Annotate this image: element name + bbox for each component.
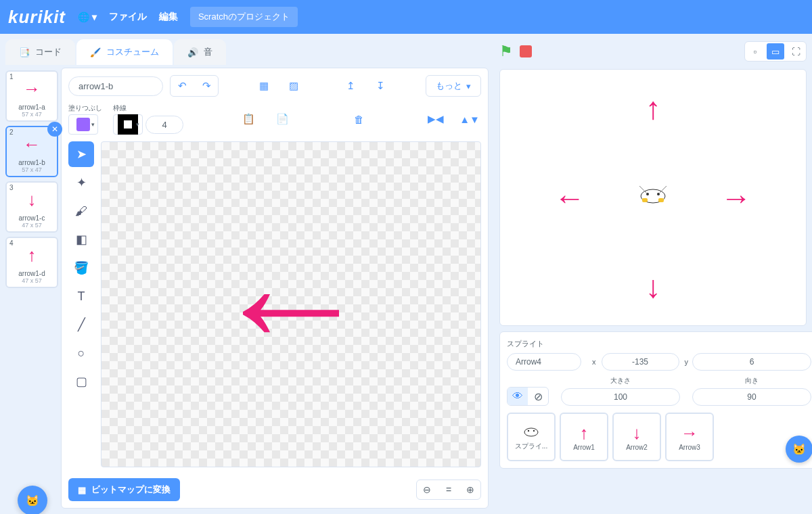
green-flag-button[interactable]: ⚑	[499, 43, 513, 60]
backward-button[interactable]: ↧	[369, 76, 392, 96]
tab-sounds[interactable]: 🔊音	[174, 39, 226, 65]
y-label: y	[685, 358, 689, 366]
brush-icon: 🖌️	[90, 47, 101, 57]
brush-tool[interactable]: 🖌	[68, 198, 94, 224]
x-label: x	[592, 358, 596, 366]
svg-line-5	[639, 186, 646, 193]
stage[interactable]: ↑ ← → ↓	[499, 69, 807, 326]
sprite-thumb-robot[interactable]: スプライ...	[507, 413, 556, 461]
delete-button[interactable]: 🗑	[348, 109, 371, 129]
stage-arrow-down: ↓	[646, 268, 661, 305]
svg-point-7	[524, 428, 538, 436]
large-stage-button[interactable]: ▭	[767, 43, 784, 60]
svg-rect-3	[642, 198, 648, 202]
fill-label: 塗りつぶし	[68, 103, 102, 113]
canvas-content: ←	[210, 211, 372, 398]
svg-point-8	[528, 430, 529, 431]
size-label: 大きさ	[610, 376, 631, 386]
ungroup-button[interactable]: ▨	[282, 76, 305, 96]
stage-arrow-right: →	[721, 179, 752, 216]
language-menu[interactable]: 🌐 ▾	[78, 11, 97, 22]
sprite-thumb-arrow2[interactable]: ↓Arrow2	[612, 413, 661, 461]
hide-sprite-button[interactable]: ⊘	[528, 388, 548, 405]
costume-thumb-3[interactable]: 3↓arrow1-c47 x 57	[5, 181, 58, 233]
svg-point-9	[533, 430, 535, 431]
circle-tool[interactable]: ○	[68, 340, 94, 366]
paint-editor: ↶↷ ▦ ▨ ↥ ↧ もっと ▾ 塗りつぶし 枠線 📋 📄	[61, 68, 489, 509]
copy-button[interactable]: 📋	[237, 109, 260, 129]
redo-button[interactable]: ↷	[195, 76, 218, 96]
svg-rect-4	[658, 198, 664, 202]
zoom-in-button[interactable]: ⊕	[460, 480, 480, 499]
costume-name-input[interactable]	[68, 76, 163, 96]
reshape-tool[interactable]: ✦	[68, 170, 94, 195]
select-tool[interactable]: ➤	[68, 141, 94, 167]
small-stage-button[interactable]: ▫	[746, 43, 764, 60]
stop-button[interactable]	[520, 45, 532, 57]
direction-label: 向き	[745, 376, 759, 386]
flip-h-button[interactable]: ▶◀	[424, 109, 447, 129]
stage-size-buttons: ▫ ▭ ⛶	[744, 41, 807, 62]
sprite-info-panel: スプライト x y 👁⊘ 大きさ 向き スプライ... ↑Arrow1 ↓Arr…	[499, 331, 812, 469]
project-title-input[interactable]: Scratchのプロジェクト	[190, 7, 298, 27]
sprite-thumb-arrow1[interactable]: ↑Arrow1	[560, 413, 608, 461]
tab-code[interactable]: 📑コード	[5, 39, 75, 65]
add-costume-button[interactable]: 🐱	[18, 486, 47, 514]
sprite-name-input[interactable]	[507, 353, 581, 371]
zoom-reset-button[interactable]: =	[438, 480, 459, 499]
canvas[interactable]: ←	[101, 141, 481, 467]
file-menu[interactable]: ファイル	[109, 11, 147, 23]
forward-button[interactable]: ↥	[339, 76, 362, 96]
sprite-list: スプライ... ↑Arrow1 ↓Arrow2 →Arrow3	[507, 413, 811, 461]
paste-button[interactable]: 📄	[271, 109, 294, 129]
convert-bitmap-button[interactable]: ▦ビットマップに変換	[68, 478, 180, 501]
undo-button[interactable]: ↶	[171, 76, 194, 96]
fill-tool[interactable]: 🪣	[68, 255, 94, 281]
stage-sprite-robot	[633, 179, 673, 216]
code-icon: 📑	[19, 47, 30, 57]
tool-palette: ➤ ✦ 🖌 ◧ 🪣 T ╱ ○ ▢	[68, 141, 95, 467]
outline-color-picker[interactable]	[113, 114, 143, 135]
sprite-y-input[interactable]	[692, 353, 811, 371]
delete-costume-icon[interactable]: ✕	[47, 122, 62, 137]
stage-arrow-left: ←	[554, 179, 585, 216]
text-tool[interactable]: T	[68, 283, 94, 309]
outline-width-input[interactable]	[145, 116, 183, 134]
show-sprite-button[interactable]: 👁	[508, 388, 528, 405]
outline-label: 枠線	[113, 103, 183, 113]
costume-thumb-2[interactable]: 2✕←arrow1-b57 x 47	[5, 126, 58, 177]
costume-list: 1→arrow1-a57 x 47 2✕←arrow1-b57 x 47 3↓a…	[5, 68, 58, 509]
sprite-direction-input[interactable]	[692, 388, 811, 406]
zoom-out-button[interactable]: ⊖	[417, 480, 437, 499]
sprite-x-input[interactable]	[602, 353, 679, 371]
costume-thumb-4[interactable]: 4↑arrow1-d47 x 57	[5, 237, 58, 288]
sprite-size-input[interactable]	[561, 388, 680, 406]
svg-line-6	[660, 186, 667, 193]
stage-arrow-up: ↑	[646, 90, 661, 126]
svg-point-2	[657, 193, 660, 195]
more-button[interactable]: もっと ▾	[426, 75, 481, 97]
fill-color-picker[interactable]	[68, 114, 98, 135]
sound-icon: 🔊	[187, 47, 198, 57]
group-button[interactable]: ▦	[252, 76, 275, 96]
rect-tool[interactable]: ▢	[68, 369, 94, 394]
top-bar: kurikit 🌐 ▾ ファイル 編集 Scratchのプロジェクト	[0, 0, 812, 34]
flip-v-button[interactable]: ▲▼	[458, 109, 481, 129]
sprite-info-title: スプライト	[507, 339, 811, 349]
line-tool[interactable]: ╱	[68, 312, 94, 337]
fullscreen-button[interactable]: ⛶	[787, 43, 805, 60]
tabs: 📑コード 🖌️コスチューム 🔊音	[5, 39, 489, 65]
tab-costumes[interactable]: 🖌️コスチューム	[76, 39, 173, 65]
bitmap-icon: ▦	[78, 485, 86, 495]
sprite-thumb-arrow3[interactable]: →Arrow3	[665, 413, 714, 461]
add-sprite-button[interactable]: 🐱	[786, 436, 812, 463]
edit-menu[interactable]: 編集	[159, 11, 178, 23]
logo: kurikit	[8, 7, 66, 28]
costume-thumb-1[interactable]: 1→arrow1-a57 x 47	[5, 70, 58, 122]
svg-point-1	[646, 193, 649, 195]
eraser-tool[interactable]: ◧	[68, 227, 94, 252]
